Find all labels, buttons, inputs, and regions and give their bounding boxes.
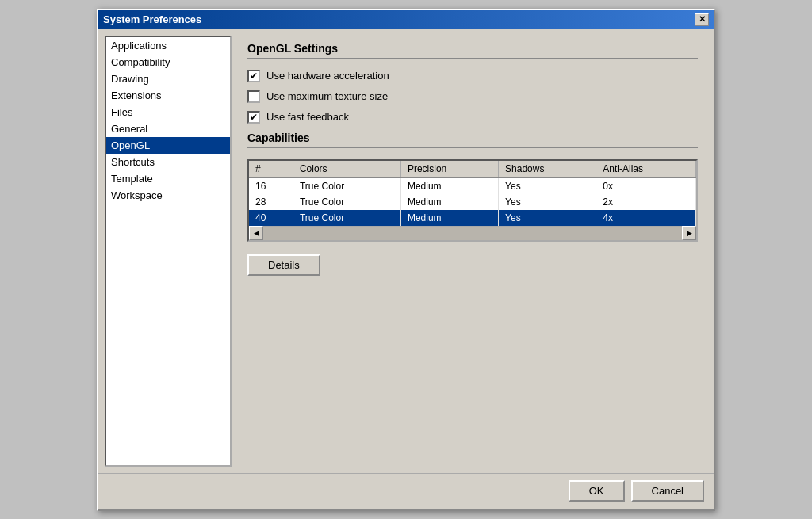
checkbox-row-hw-accel: ✔Use hardware acceleration bbox=[247, 70, 698, 82]
opengl-settings-title: OpenGL Settings bbox=[247, 42, 698, 55]
table-cell: 4x bbox=[596, 210, 696, 226]
sidebar: ApplicationsCompatibilityDrawingExtensio… bbox=[105, 36, 232, 467]
opengl-divider bbox=[247, 58, 698, 59]
details-button[interactable]: Details bbox=[247, 254, 320, 276]
table-cell: 28 bbox=[249, 194, 293, 210]
dialog-title: System Preferences bbox=[103, 13, 201, 25]
table-cell: True Color bbox=[293, 194, 400, 210]
checkbox-label-max-texture: Use maximum texture size bbox=[266, 90, 388, 102]
capabilities-table-wrapper: #ColorsPrecisionShadowsAnti-Alias 16True… bbox=[247, 159, 698, 242]
close-button[interactable]: ✕ bbox=[695, 13, 709, 26]
checkbox-hw-accel[interactable]: ✔ bbox=[247, 70, 260, 82]
table-body: 16True ColorMediumYes0x28True ColorMediu… bbox=[249, 177, 696, 226]
system-preferences-dialog: System Preferences ✕ ApplicationsCompati… bbox=[97, 9, 715, 511]
table-cell: Medium bbox=[400, 194, 498, 210]
checkbox-label-hw-accel: Use hardware acceleration bbox=[266, 70, 389, 82]
table-cell: True Color bbox=[293, 177, 400, 194]
sidebar-item-files[interactable]: Files bbox=[106, 104, 230, 120]
capabilities-section: Capabilities #ColorsPrecisionShadowsAnti… bbox=[247, 132, 698, 276]
capabilities-table: #ColorsPrecisionShadowsAnti-Alias 16True… bbox=[249, 161, 696, 226]
cancel-button[interactable]: Cancel bbox=[631, 480, 704, 502]
sidebar-item-template[interactable]: Template bbox=[106, 170, 230, 187]
scroll-left-button[interactable]: ◀ bbox=[249, 226, 263, 240]
scroll-right-button[interactable]: ▶ bbox=[682, 226, 696, 240]
checkmark-icon: ✔ bbox=[250, 71, 258, 81]
ok-button[interactable]: OK bbox=[569, 480, 625, 502]
table-cell: Yes bbox=[499, 194, 596, 210]
sidebar-item-opengl[interactable]: OpenGL bbox=[106, 137, 230, 154]
horizontal-scrollbar[interactable]: ◀ ▶ bbox=[249, 226, 696, 240]
dialog-body: ApplicationsCompatibilityDrawingExtensio… bbox=[98, 29, 714, 473]
col-header-anti-alias: Anti-Alias bbox=[596, 161, 696, 177]
sidebar-item-general[interactable]: General bbox=[106, 120, 230, 137]
table-cell: 16 bbox=[249, 177, 293, 194]
col-header--: # bbox=[249, 161, 293, 177]
sidebar-item-compatibility[interactable]: Compatibility bbox=[106, 54, 230, 71]
table-cell: True Color bbox=[293, 210, 400, 226]
table-cell: Medium bbox=[400, 210, 498, 226]
checkboxes-container: ✔Use hardware accelerationUse maximum te… bbox=[247, 70, 698, 124]
sidebar-item-shortcuts[interactable]: Shortcuts bbox=[106, 154, 230, 170]
dialog-footer: OK Cancel bbox=[98, 473, 714, 509]
capabilities-divider bbox=[247, 147, 698, 148]
table-cell: Yes bbox=[499, 210, 596, 226]
sidebar-item-workspace[interactable]: Workspace bbox=[106, 187, 230, 204]
col-header-colors: Colors bbox=[293, 161, 400, 177]
table-cell: 0x bbox=[596, 177, 696, 194]
capabilities-title: Capabilities bbox=[247, 132, 698, 144]
checkbox-label-fast-feedback: Use fast feedback bbox=[266, 111, 349, 123]
table-row[interactable]: 40True ColorMediumYes4x bbox=[249, 210, 696, 226]
checkbox-max-texture[interactable] bbox=[247, 90, 260, 103]
table-row[interactable]: 28True ColorMediumYes2x bbox=[249, 194, 696, 210]
sidebar-item-applications[interactable]: Applications bbox=[106, 37, 230, 54]
main-content: OpenGL Settings ✔Use hardware accelerati… bbox=[238, 36, 707, 467]
checkbox-row-max-texture: Use maximum texture size bbox=[247, 90, 698, 103]
checkbox-fast-feedback[interactable]: ✔ bbox=[247, 111, 260, 124]
checkbox-row-fast-feedback: ✔Use fast feedback bbox=[247, 111, 698, 124]
table-cell: 40 bbox=[249, 210, 293, 226]
table-cell: 2x bbox=[596, 194, 696, 210]
scroll-track[interactable] bbox=[263, 227, 682, 240]
table-cell: Medium bbox=[400, 177, 498, 194]
checkmark-icon: ✔ bbox=[250, 113, 258, 122]
table-cell: Yes bbox=[499, 177, 596, 194]
sidebar-item-drawing[interactable]: Drawing bbox=[106, 71, 230, 87]
sidebar-item-extensions[interactable]: Extensions bbox=[106, 87, 230, 104]
col-header-shadows: Shadows bbox=[499, 161, 596, 177]
title-bar: System Preferences ✕ bbox=[98, 10, 714, 29]
col-header-precision: Precision bbox=[400, 161, 498, 177]
table-row[interactable]: 16True ColorMediumYes0x bbox=[249, 177, 696, 194]
table-header: #ColorsPrecisionShadowsAnti-Alias bbox=[249, 161, 696, 177]
